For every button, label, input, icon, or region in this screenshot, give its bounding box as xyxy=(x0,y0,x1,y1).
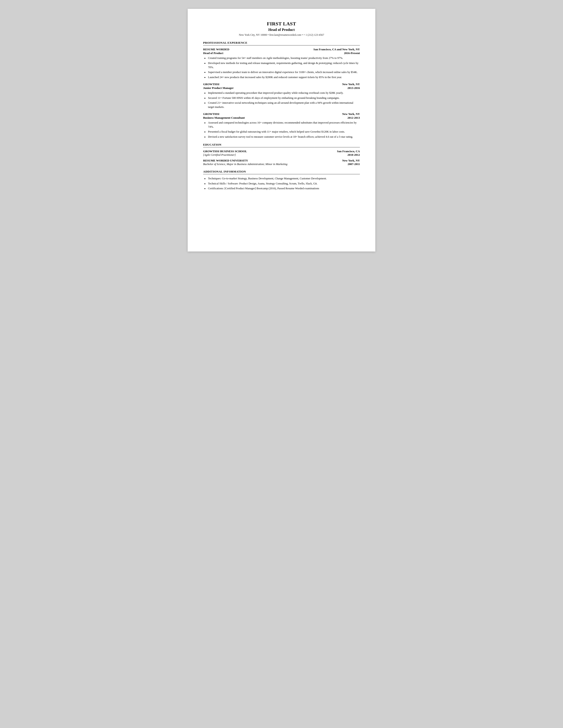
exp-company-1: RESUME WORDED xyxy=(203,48,229,51)
additional-bullets-list: Techniques: Go-to-market Strategy, Busin… xyxy=(203,176,360,191)
edu-header-row-1: GROWTHSI BUSINESS SCHOOL San Francisco, … xyxy=(203,150,360,153)
exp-role-2: Junior Product Manager xyxy=(203,86,233,90)
list-item: Created training programs for 54+ staff … xyxy=(203,56,360,60)
edu-location-2: New York, NY xyxy=(342,159,360,162)
exp-dates-2: 2013-2016 xyxy=(348,86,360,90)
edu-degree-1: [Agile Certified Practitioner] xyxy=(203,153,236,157)
list-item: Techniques: Go-to-market Strategy, Busin… xyxy=(203,176,360,181)
candidate-contact: New York City, NY 10000 • first.last@res… xyxy=(203,33,360,37)
edu-degree-2: Bachelor of Science, Major in Business A… xyxy=(203,163,288,166)
edu-entry-growthsi: GROWTHSI BUSINESS SCHOOL San Francisco, … xyxy=(203,150,360,157)
list-item: Certifications: [Certified Product Manag… xyxy=(203,186,360,191)
exp-header-row-2: GROWTHSI New York, NY xyxy=(203,83,360,86)
resume-page: FIRST LAST Head of Product New York City… xyxy=(188,9,375,251)
list-item: Supervised a member product team to deli… xyxy=(203,70,360,74)
exp-company-3: GROWTHSI xyxy=(203,112,219,116)
professional-experience-heading: PROFESSIONAL EXPERIENCE xyxy=(203,41,360,45)
exp-location-1: San Francisco, CA and New York, NY xyxy=(314,48,360,51)
resume-header: FIRST LAST Head of Product New York City… xyxy=(203,21,360,37)
list-item: Secured 11+ Fortune 500 HNIS within 45 d… xyxy=(203,96,360,100)
exp-dates-3: 2012-2013 xyxy=(348,116,360,120)
list-item: Devised a new satisfaction survey tool t… xyxy=(203,135,360,139)
exp-role-3: Business Management Consultant xyxy=(203,116,245,120)
additional-information-heading: ADDITIONAL INFORMATION xyxy=(203,170,360,174)
candidate-title: Head of Product xyxy=(203,28,360,32)
exp-bullets-1: Created training programs for 54+ staff … xyxy=(203,56,360,79)
exp-entry-growthsi-bmc: GROWTHSI New York, NY Business Managemen… xyxy=(203,112,360,139)
exp-bullets-3: Assessed and compared technologies acros… xyxy=(203,121,360,139)
exp-entry-resume-worded: RESUME WORDED San Francisco, CA and New … xyxy=(203,48,360,79)
additional-information-section: ADDITIONAL INFORMATION Techniques: Go-to… xyxy=(203,170,360,191)
edu-header-row-2: RESUME WORDED UNIVERSITY New York, NY xyxy=(203,159,360,162)
education-heading: EDUCATION xyxy=(203,143,360,147)
exp-header-row-1: RESUME WORDED San Francisco, CA and New … xyxy=(203,48,360,51)
list-item: Presented a fiscal budget for global out… xyxy=(203,130,360,134)
exp-role-1: Head of Product xyxy=(203,51,223,55)
exp-role-row-3: Business Management Consultant 2012-2013 xyxy=(203,116,360,120)
edu-location-1: San Francisco, CA xyxy=(337,150,360,153)
exp-company-2: GROWTHSI xyxy=(203,83,219,86)
exp-header-row-3: GROWTHSI New York, NY xyxy=(203,112,360,116)
edu-degree-row-2: Bachelor of Science, Major in Business A… xyxy=(203,162,360,166)
exp-role-row-1: Head of Product 2016-Present xyxy=(203,51,360,55)
list-item: Implemented a standard operating procedu… xyxy=(203,91,360,95)
exp-location-3: New York, NY xyxy=(342,112,360,116)
edu-degree-row-1: [Agile Certified Practitioner] 2010-2012 xyxy=(203,153,360,157)
edu-school-2: RESUME WORDED UNIVERSITY xyxy=(203,159,248,162)
exp-entry-growthsi-jpm: GROWTHSI New York, NY Junior Product Man… xyxy=(203,83,360,109)
list-item: Created 21+ innovative social networking… xyxy=(203,101,360,109)
list-item: Developed new methods for testing and re… xyxy=(203,61,360,69)
exp-dates-1: 2016-Present xyxy=(344,51,360,55)
edu-dates-2: 2007-2011 xyxy=(348,162,360,166)
exp-role-row-2: Junior Product Manager 2013-2016 xyxy=(203,86,360,90)
education-section: EDUCATION GROWTHSI BUSINESS SCHOOL San F… xyxy=(203,143,360,166)
list-item: Technical Skills / Software: Product Des… xyxy=(203,182,360,186)
list-item: Assessed and compared technologies acros… xyxy=(203,121,360,129)
edu-entry-rw-university: RESUME WORDED UNIVERSITY New York, NY Ba… xyxy=(203,159,360,166)
exp-location-2: New York, NY xyxy=(342,83,360,86)
exp-bullets-2: Implemented a standard operating procedu… xyxy=(203,91,360,109)
professional-experience-section: PROFESSIONAL EXPERIENCE RESUME WORDED Sa… xyxy=(203,41,360,139)
candidate-name: FIRST LAST xyxy=(203,21,360,27)
edu-school-1: GROWTHSI BUSINESS SCHOOL xyxy=(203,150,247,153)
list-item: Launched 24+ new products that increased… xyxy=(203,75,360,79)
edu-dates-1: 2010-2012 xyxy=(348,153,360,157)
